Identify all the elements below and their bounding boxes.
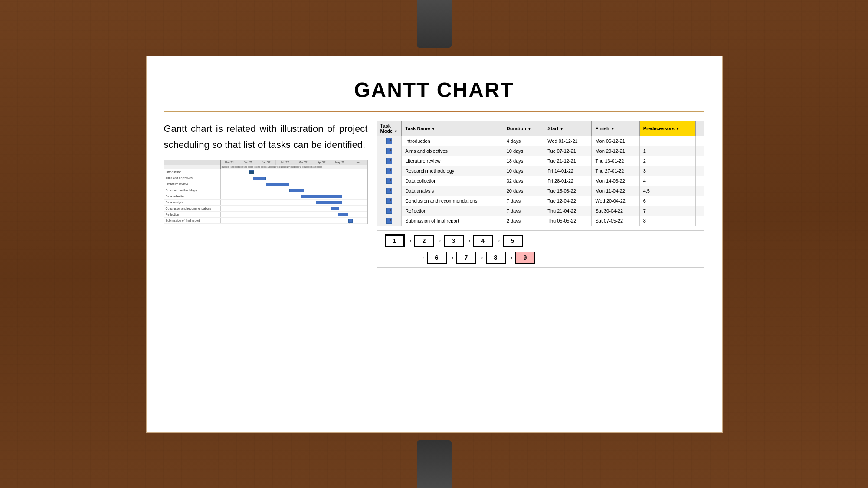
task-mode-cell: ✦	[377, 206, 402, 216]
task-duration-cell: 4 days	[503, 136, 544, 146]
th-extra	[695, 121, 704, 136]
task-mode-icon: ✦	[386, 158, 392, 164]
flow-arrow-7-8: →	[478, 254, 485, 262]
task-finish-cell: Sat 07-05-22	[592, 216, 639, 226]
gantt-month-jan22: Jan '22	[257, 160, 275, 165]
gantt-month-may22: May '22	[331, 160, 349, 165]
start-filter-icon[interactable]: ▼	[560, 127, 563, 131]
th-task-mode: TaskMode ▼	[377, 121, 402, 136]
gantt-row-datacollection: Data collection	[164, 193, 367, 200]
th-finish: Finish ▼	[592, 121, 639, 136]
slide-title: GANTT CHART	[164, 78, 704, 102]
task-mode-cell: ✦	[377, 176, 402, 186]
flow-arrow-6-7: →	[448, 254, 455, 262]
task-extra-cell	[695, 216, 704, 226]
gantt-month-feb22: Feb '22	[276, 160, 294, 165]
task-name-cell: Data collection	[402, 176, 503, 186]
task-start-cell: Tue 07-12-21	[544, 146, 592, 156]
table-row: ✦Conclusion and recommendations7 daysTue…	[377, 196, 704, 206]
task-duration-cell: 32 days	[503, 176, 544, 186]
task-finish-cell: Mon 11-04-22	[592, 186, 639, 196]
task-name-filter-icon[interactable]: ▼	[432, 127, 436, 131]
flow-diagram-container: 1 → 2 → 3 → 4 → 5 → 6 → 7 → 8	[377, 230, 704, 268]
flow-box-2: 2	[414, 235, 434, 247]
flow-top-row: 1 → 2 → 3 → 4 → 5	[385, 234, 701, 247]
task-finish-cell: Thu 27-01-22	[592, 166, 639, 176]
task-name-cell: Literature review	[402, 156, 503, 166]
table-row: ✦Submission of final report2 daysThu 05-…	[377, 216, 704, 226]
task-mode-cell: ✦	[377, 186, 402, 196]
gantt-row-methodology: Research methodology	[164, 187, 367, 193]
table-row: ✦Data analysis20 daysTue 15-03-22Mon 11-…	[377, 186, 704, 196]
task-predecessors-cell: 8	[639, 216, 695, 226]
task-finish-cell: Mon 06-12-21	[592, 136, 639, 146]
task-predecessors-cell: 4,5	[639, 186, 695, 196]
task-extra-cell	[695, 146, 704, 156]
gantt-dates-row: 31|07|14|28|05|12|19|26 02|09|16|23 30|0…	[164, 165, 367, 169]
task-duration-cell: 20 days	[503, 186, 544, 196]
right-side: TaskMode ▼ Task Name ▼ Duration ▼ Star	[377, 121, 704, 268]
task-duration-cell: 2 days	[503, 216, 544, 226]
table-row: ✦Data collection32 daysFri 28-01-22Mon 1…	[377, 176, 704, 186]
task-start-cell: Fri 14-01-22	[544, 166, 592, 176]
task-start-cell: Thu 05-05-22	[544, 216, 592, 226]
task-mode-icon: ✦	[386, 198, 392, 204]
task-extra-cell	[695, 206, 704, 216]
finish-filter-icon[interactable]: ▼	[611, 127, 615, 131]
task-predecessors-cell	[639, 136, 695, 146]
gantt-timeline-header: Nov '21 Dec '21 Jan '22 Feb '22 Mar '22 …	[221, 160, 367, 165]
task-finish-cell: Sat 30-04-22	[592, 206, 639, 216]
gantt-label-col-header: x	[164, 160, 221, 165]
task-mode-icon: ✦	[386, 188, 392, 194]
task-duration-cell: 10 days	[503, 166, 544, 176]
table-row: ✦Reflection7 daysThu 21-04-22Sat 30-04-2…	[377, 206, 704, 216]
flow-bottom-row: → 6 → 7 → 8 → 9	[417, 252, 701, 264]
task-mode-icon: ✦	[386, 178, 392, 184]
task-mode-icon: ✦	[386, 218, 392, 224]
table-row: ✦Research methodology10 daysFri 14-01-22…	[377, 166, 704, 176]
flow-box-7: 7	[456, 252, 476, 264]
flow-box-3: 3	[444, 235, 464, 247]
task-name-cell: Data analysis	[402, 186, 503, 196]
flow-arrow-3-4: →	[465, 237, 472, 245]
task-name-cell: Aims and objectives	[402, 146, 503, 156]
gantt-row-conclusion: Conclusion and recommendations	[164, 206, 367, 212]
gantt-month-dec21: Dec '21	[239, 160, 257, 165]
task-name-cell: Conclusion and recommendations	[402, 196, 503, 206]
description-text: Gantt chart is related with illustration…	[164, 121, 368, 153]
task-predecessors-cell: 6	[639, 196, 695, 206]
task-extra-cell	[695, 166, 704, 176]
task-finish-cell: Thu 13-01-22	[592, 156, 639, 166]
clip-bottom	[417, 440, 452, 488]
gantt-header-row: x Nov '21 Dec '21 Jan '22 Feb '22 Mar '2…	[164, 160, 367, 165]
task-table: TaskMode ▼ Task Name ▼ Duration ▼ Star	[377, 121, 704, 226]
th-duration: Duration ▼	[503, 121, 544, 136]
gantt-row-introduction: Introduction	[164, 169, 367, 175]
task-duration-cell: 10 days	[503, 146, 544, 156]
left-side: Gantt chart is related with illustration…	[164, 121, 368, 225]
task-start-cell: Tue 15-03-22	[544, 186, 592, 196]
task-mode-filter-icon[interactable]: ▼	[394, 129, 398, 134]
task-start-cell: Wed 01-12-21	[544, 136, 592, 146]
task-finish-cell: Mon 20-12-21	[592, 146, 639, 156]
task-mode-icon: ✦	[386, 148, 392, 154]
duration-filter-icon[interactable]: ▼	[527, 127, 531, 131]
task-mode-cell: ✦	[377, 216, 402, 226]
task-predecessors-cell: 3	[639, 166, 695, 176]
flow-box-6: 6	[427, 252, 447, 264]
th-task-name: Task Name ▼	[402, 121, 503, 136]
flow-arrow-4-5: →	[495, 237, 501, 245]
task-extra-cell	[695, 176, 704, 186]
task-mode-icon: ✦	[386, 208, 392, 214]
predecessors-filter-icon[interactable]: ▼	[676, 127, 680, 131]
table-row: ✦Aims and objectives10 daysTue 07-12-21M…	[377, 146, 704, 156]
mini-gantt-visual: x Nov '21 Dec '21 Jan '22 Feb '22 Mar '2…	[164, 160, 368, 224]
gantt-row-aims: Aims and objectives	[164, 175, 367, 181]
task-name-cell: Introduction	[402, 136, 503, 146]
task-start-cell: Tue 21-12-21	[544, 156, 592, 166]
task-finish-cell: Wed 20-04-22	[592, 196, 639, 206]
task-mode-cell: ✦	[377, 146, 402, 156]
task-name-cell: Reflection	[402, 206, 503, 216]
divider	[164, 111, 704, 112]
flow-arrow-1-2: →	[406, 237, 413, 245]
